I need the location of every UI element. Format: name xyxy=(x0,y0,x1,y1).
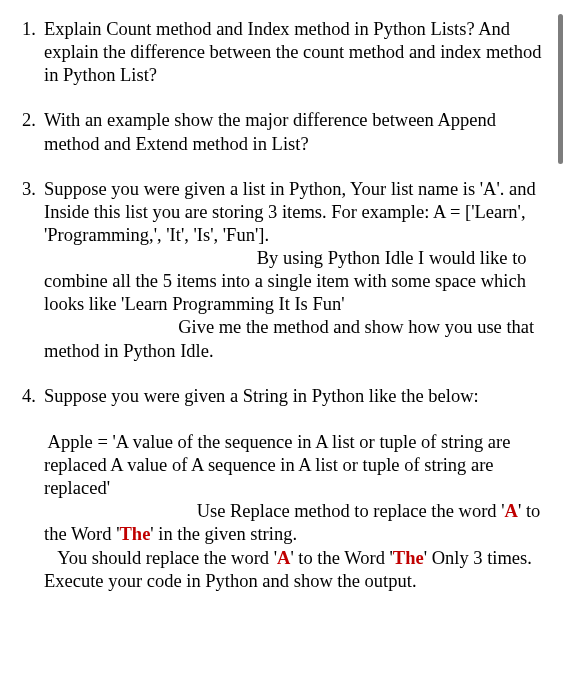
q4-p3-a: Use Replace method to replace the word ' xyxy=(197,501,505,521)
q4-p3-d-highlight: The xyxy=(120,524,151,544)
question-3-p3-text: Give me the method and show how you use … xyxy=(44,317,534,360)
q4-p4-b-highlight: A xyxy=(277,548,290,568)
question-4-p3: Use Replace method to replace the word '… xyxy=(44,500,545,546)
q4-p3-b-highlight: A xyxy=(505,501,518,521)
question-3-p2-text: By using Python Idle I would like to com… xyxy=(44,248,527,314)
question-4: Suppose you were given a String in Pytho… xyxy=(22,385,545,593)
q4-p4-c: ' to the Word ' xyxy=(290,548,392,568)
question-4-p5: Execute your code in Python and show the… xyxy=(44,570,545,593)
q4-p4-a: You should replace the word ' xyxy=(44,548,277,568)
question-1: Explain Count method and Index method in… xyxy=(22,18,545,87)
question-3: Suppose you were given a list in Python,… xyxy=(22,178,545,363)
q4-p4-e: ' Only 3 times. xyxy=(424,548,532,568)
question-3-p3: Give me the method and show how you use … xyxy=(44,316,545,362)
q4-p3-e: ' in the given string. xyxy=(150,524,297,544)
question-4-p1: Suppose you were given a String in Pytho… xyxy=(44,385,545,408)
question-2: With an example show the major differenc… xyxy=(22,109,545,155)
scrollbar-thumb[interactable] xyxy=(558,14,563,164)
question-4-p4: You should replace the word 'A' to the W… xyxy=(44,547,545,570)
question-list: Explain Count method and Index method in… xyxy=(22,18,545,593)
question-4-p2: Apple = 'A value of the sequence in A li… xyxy=(44,431,545,500)
question-3-p2: By using Python Idle I would like to com… xyxy=(44,247,545,316)
question-3-p1: Suppose you were given a list in Python,… xyxy=(44,178,545,247)
question-1-text: Explain Count method and Index method in… xyxy=(44,18,545,87)
question-2-text: With an example show the major differenc… xyxy=(44,109,545,155)
q4-p4-d-highlight: The xyxy=(393,548,424,568)
